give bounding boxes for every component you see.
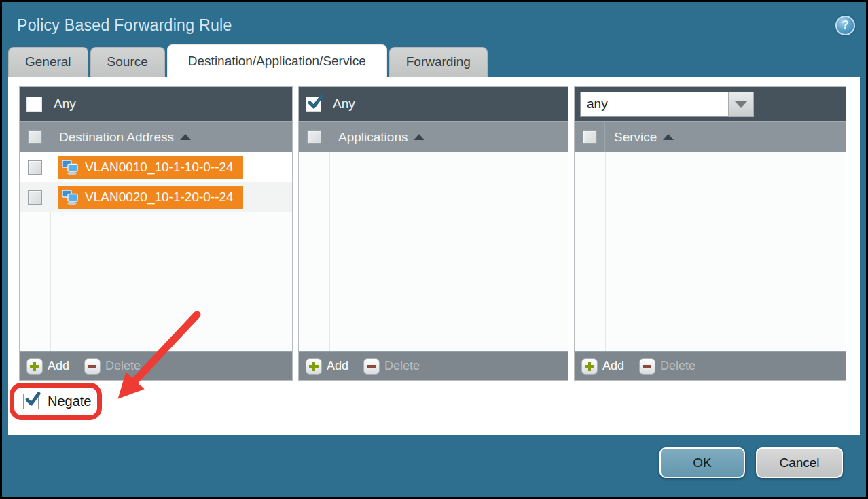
delete-label: Delete xyxy=(105,359,141,373)
delete-label: Delete xyxy=(384,359,420,373)
service-panel: any Service xyxy=(574,86,846,381)
applications-any-checkbox[interactable] xyxy=(306,97,321,112)
destination-column-header[interactable]: Destination Address xyxy=(20,121,292,152)
delete-button[interactable]: Delete xyxy=(84,358,141,375)
panels: Any Destination Address xyxy=(8,77,860,381)
applications-list xyxy=(299,152,568,351)
delete-icon xyxy=(363,358,380,375)
destination-list: VLAN0010_10-1-10-0--24 VLAN0020_10-1-20-… xyxy=(20,152,292,351)
service-toolbar: Add Delete xyxy=(575,351,846,380)
add-label: Add xyxy=(327,359,348,373)
applications-panel: Any Applications Add xyxy=(298,86,568,381)
delete-label: Delete xyxy=(660,359,695,373)
delete-icon xyxy=(639,358,655,375)
destination-toolbar: Add Delete xyxy=(20,351,292,380)
destination-any-checkbox[interactable] xyxy=(26,97,42,112)
sort-asc-icon xyxy=(414,134,424,140)
service-list xyxy=(575,152,846,351)
pbf-rule-dialog: Policy Based Forwarding Rule ? General S… xyxy=(0,0,868,499)
dropdown-button[interactable] xyxy=(728,92,754,117)
tab-content: Any Destination Address xyxy=(8,77,860,435)
tab-source[interactable]: Source xyxy=(90,47,165,77)
titlebar: Policy Based Forwarding Rule ? xyxy=(2,2,866,41)
dialog-footer: OK Cancel xyxy=(2,435,866,497)
negate-label: Negate xyxy=(48,394,92,409)
service-column-header[interactable]: Service xyxy=(575,121,846,152)
tab-forwarding[interactable]: Forwarding xyxy=(389,47,488,77)
column-divider xyxy=(329,152,330,351)
tab-general[interactable]: General xyxy=(8,47,88,77)
applications-any-label: Any xyxy=(333,97,355,111)
tab-bar: General Source Destination/Application/S… xyxy=(2,41,866,77)
service-dropdown[interactable]: any xyxy=(580,92,754,117)
checkmark-icon xyxy=(24,392,40,407)
address-object-chip[interactable]: VLAN0010_10-1-10-0--24 xyxy=(58,156,243,179)
applications-column-title: Applications xyxy=(338,130,408,145)
tab-destination-application-service[interactable]: Destination/Application/Service xyxy=(167,44,387,77)
row-checkbox[interactable] xyxy=(28,160,42,175)
network-object-icon xyxy=(62,159,79,175)
add-label: Add xyxy=(602,359,624,373)
applications-any-row: Any xyxy=(299,87,568,121)
address-object-chip[interactable]: VLAN0020_10-1-20-0--24 xyxy=(58,186,243,209)
network-object-icon xyxy=(62,189,79,205)
applications-toolbar: Add Delete xyxy=(299,351,568,380)
service-dropdown-value: any xyxy=(580,92,728,117)
column-divider xyxy=(605,152,606,351)
add-icon xyxy=(306,358,322,375)
delete-button[interactable]: Delete xyxy=(639,358,695,375)
negate-highlight-box: Negate xyxy=(10,383,102,420)
ok-button[interactable]: OK xyxy=(659,447,745,478)
service-select-all-checkbox[interactable] xyxy=(583,130,597,144)
row-checkbox[interactable] xyxy=(28,190,42,205)
delete-button[interactable]: Delete xyxy=(363,358,420,375)
help-icon[interactable]: ? xyxy=(835,16,855,35)
chevron-down-icon xyxy=(734,101,748,108)
destination-select-all-checkbox[interactable] xyxy=(28,130,42,144)
destination-column-title: Destination Address xyxy=(59,130,174,145)
add-button[interactable]: Add xyxy=(581,358,624,375)
sort-asc-icon xyxy=(180,134,191,140)
address-object-label: VLAN0020_10-1-20-0--24 xyxy=(85,190,234,205)
address-object-label: VLAN0010_10-1-10-0--24 xyxy=(85,160,234,175)
table-row[interactable]: VLAN0010_10-1-10-0--24 xyxy=(20,152,292,182)
checkmark-icon xyxy=(307,94,323,110)
add-label: Add xyxy=(48,359,69,373)
cancel-button[interactable]: Cancel xyxy=(756,447,843,478)
applications-column-header[interactable]: Applications xyxy=(299,121,568,152)
service-dropdown-row: any xyxy=(575,87,846,121)
sort-asc-icon xyxy=(663,134,674,140)
destination-any-label: Any xyxy=(54,97,76,111)
destination-any-row: Any xyxy=(20,87,292,121)
table-row[interactable]: VLAN0020_10-1-20-0--24 xyxy=(20,182,292,212)
applications-select-all-checkbox[interactable] xyxy=(307,130,321,144)
add-icon xyxy=(581,358,598,375)
destination-address-panel: Any Destination Address xyxy=(19,86,293,381)
add-button[interactable]: Add xyxy=(306,358,348,375)
negate-checkbox[interactable] xyxy=(23,394,39,409)
delete-icon xyxy=(84,358,101,375)
add-icon xyxy=(26,358,43,375)
dialog-title: Policy Based Forwarding Rule xyxy=(17,16,232,35)
service-column-title: Service xyxy=(614,130,657,145)
add-button[interactable]: Add xyxy=(26,358,69,375)
